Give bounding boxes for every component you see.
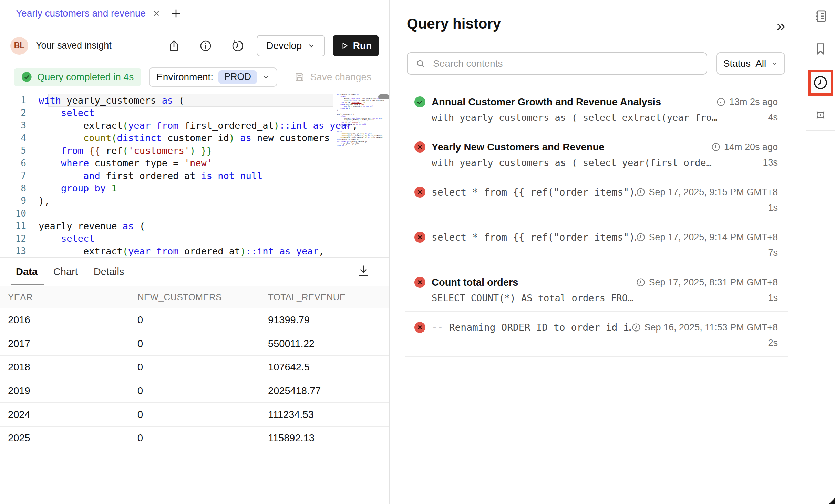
history-item-detail-row: with yearly_customers as ( select year(f… [405,155,778,170]
query-history-item[interactable]: Count total orders Sep 17, 2025, 8:31 PM… [405,272,788,312]
line-number: 11 [0,221,39,231]
line-number: 13 [0,246,39,256]
collapse-panel-icon[interactable] [775,21,787,33]
history-item-detail-row: with yearly_customers as ( select extrac… [405,110,778,125]
history-item-title-row: Yearly New Customers and Revenue 14m 20s… [405,139,778,155]
table-row[interactable]: 201902025418.77 [0,379,389,403]
history-item-time: 14m 20s ago [711,142,778,153]
table-row[interactable]: 2016091399.79 [0,308,389,332]
status-icon [414,322,426,333]
table-row[interactable]: 20180107642.5 [0,356,389,379]
table-cell: 550011.22 [268,338,389,349]
code-line: 7 and first_ordered_at is not null [0,169,358,182]
code-line: 3 extract(year from first_ordered_at)::i… [0,119,358,132]
bookmark-icon[interactable] [814,42,827,56]
info-icon[interactable] [199,40,212,52]
line-number: 8 [0,183,39,193]
table-cell: 0 [137,385,268,397]
table-cell: 2016 [8,314,137,326]
history-item-title: Count total orders [432,277,636,288]
editor-scrollbar-thumb[interactable] [378,94,389,99]
status-icon [414,96,426,108]
code-line: coalesce(yc.new_customers, 0) as new_cus… [337,135,385,137]
run-button[interactable]: Run [333,35,379,56]
clock-icon [631,323,641,332]
table-row[interactable]: 20250115892.13 [0,427,389,450]
code-lines[interactable]: 1with yearly_customers as (2 select3 ext… [0,94,358,257]
history-item-duration: 1s [768,202,778,213]
code-line: 8 group by 1 [0,182,358,195]
table-body: 2016091399.7920170550011.2220180107642.5… [0,308,389,450]
version-history-icon[interactable] [231,39,244,52]
query-history-item[interactable]: Annual Customer Growth and Revenue Analy… [405,92,788,131]
query-history-item[interactable]: Yearly New Customers and Revenue 14m 20s… [405,137,788,176]
notebook-icon[interactable] [813,9,828,24]
history-item-detail-row: 2s [405,336,778,350]
share-icon[interactable] [168,40,180,52]
history-item-title-row: -- Renaming ORDER_ID to order_id i… Sep … [405,320,778,335]
develop-button[interactable]: Develop [257,35,325,56]
close-tab-icon[interactable] [152,9,161,18]
table-cell: 111234.53 [268,409,389,420]
error-icon [414,141,426,153]
query-history-item[interactable]: select * from {{ ref("order_items")… Sep… [405,227,788,266]
sql-editor[interactable]: 1with yearly_customers as (2 select3 ext… [0,90,389,257]
save-changes-label: Save changes [310,72,371,83]
tab-yearly-customers[interactable]: Yearly customers and revenue [0,0,161,27]
code-line: 13 extract(year from ordered_at)::int as… [0,245,358,257]
code-line: 1with yearly_customers as ( [0,94,358,107]
search-input[interactable] [432,58,698,70]
insight-subtitle: Your saved insight [36,40,112,51]
query-status-text: Query completed in 4s [37,72,134,83]
history-item-duration: 4s [768,112,778,123]
status-filter-dropdown[interactable]: Status All [716,52,785,75]
results-tab-details[interactable]: Details [94,266,124,277]
toolbar-icons [168,39,244,52]
semantic-layer-icon[interactable] [812,107,829,123]
query-history-list: Annual Customer Growth and Revenue Analy… [405,92,788,362]
table-cell: 115892.13 [268,432,389,444]
history-item-time-text: 13m 2s ago [729,97,778,107]
tab-bar: Yearly customers and revenue [0,0,389,27]
table-cell: 0 [137,361,268,373]
search-icon [416,59,425,69]
line-number: 10 [0,208,39,219]
error-icon [414,322,426,333]
download-icon[interactable] [356,263,371,278]
line-number: 9 [0,196,39,206]
editor-panel: Yearly customers and revenue BL Your sav… [0,0,390,504]
right-icon-rail [806,0,835,504]
query-history-rail-button-highlighted[interactable] [808,70,833,96]
error-icon [414,186,426,198]
line-number: 4 [0,133,39,143]
table-row[interactable]: 20240111234.53 [0,403,389,427]
history-item-time: 13m 2s ago [716,97,778,107]
panel-title: Query history [407,15,501,32]
results-tab-data[interactable]: Data [16,266,38,277]
run-label: Run [353,40,372,51]
status-icon [414,276,426,288]
history-item-time: Sep 17, 2025, 8:31 PM GMT+8 [636,277,778,288]
table-cell: 0 [137,338,268,349]
table-row[interactable]: 20170550011.22 [0,332,389,356]
history-item-title-row: select * from {{ ref("order_items")… Sep… [405,185,778,200]
results-tab-chart[interactable]: Chart [53,266,78,277]
editor-minimap[interactable]: with yearly_customers as ( select extrac… [337,94,385,147]
search-box[interactable] [407,52,707,75]
save-changes-button[interactable]: Save changes [294,71,371,83]
table-cell: 91399.79 [268,314,389,326]
query-history-item[interactable]: select * from {{ ref("order_items")… Sep… [405,182,788,221]
chevron-down-icon [307,42,316,50]
history-item-time-text: Sep 16, 2025, 11:53 PM GMT+8 [645,322,778,333]
column-header: YEAR [8,292,137,303]
query-history-item[interactable]: -- Renaming ORDER_ID to order_id i… Sep … [405,317,788,357]
new-tab-button[interactable] [170,8,182,19]
history-item-sql-preview: with yearly_customers as ( select year(f… [432,157,763,168]
query-status-pill: Query completed in 4s [14,68,141,86]
avatar[interactable]: BL [10,37,28,55]
line-number: 5 [0,145,39,156]
environment-select[interactable]: Environment: PROD [149,67,277,87]
line-number: 6 [0,158,39,168]
error-icon [414,231,426,243]
app-window: Yearly customers and revenue BL Your sav… [0,0,835,504]
